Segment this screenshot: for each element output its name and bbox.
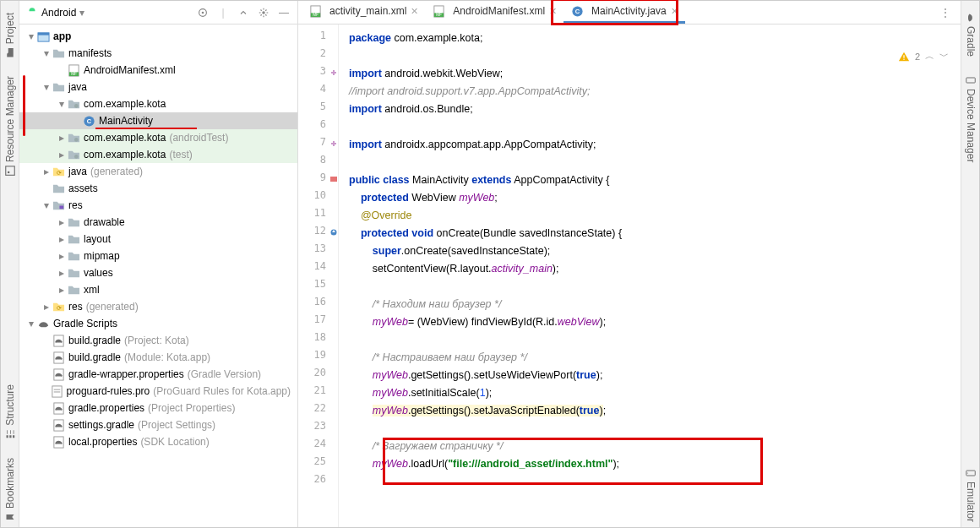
tree-node-res[interactable]: ▾res — [19, 197, 297, 214]
chevron-icon[interactable]: ▸ — [41, 301, 52, 313]
tree-node-local-properties[interactable]: local.properties(SDK Location) — [19, 433, 297, 450]
sidebar-title[interactable]: Android — [41, 7, 76, 19]
gutter-line[interactable]: 23 — [298, 420, 338, 438]
tree-node-app[interactable]: ▾app — [19, 28, 297, 45]
chevron-icon[interactable]: ▸ — [57, 250, 67, 262]
gutter-line[interactable]: 8 — [298, 154, 338, 171]
tree-node-assets[interactable]: assets — [19, 180, 297, 197]
kebab-icon[interactable]: ⋮ — [934, 1, 957, 24]
gutter-line[interactable]: 15 — [298, 278, 338, 296]
chevron-icon[interactable]: ▾ — [41, 81, 52, 93]
code-editor[interactable]: 1234567891011121314151617181920212223242… — [298, 24, 961, 527]
gutter-line[interactable]: 14 — [298, 260, 338, 278]
editor-tab-activity-main-xml[interactable]: MFactivity_main.xml✕ — [302, 1, 425, 24]
gutter-line[interactable]: 10 — [298, 189, 338, 207]
project-tree[interactable]: ▾app▾manifestsMFAndroidManifest.xml▾java… — [19, 24, 297, 527]
code-line[interactable] — [349, 47, 961, 65]
code-line[interactable]: import androidx.appcompat.app.AppCompatA… — [349, 136, 961, 154]
gutter-line[interactable]: 18 — [298, 331, 338, 349]
code-line[interactable]: myWeb.setInitialScale(1); — [349, 384, 961, 402]
gutter-line[interactable]: 16 — [298, 296, 338, 313]
over-gutter-icon[interactable] — [328, 226, 338, 240]
code-line[interactable] — [349, 331, 961, 349]
gutter-line[interactable]: 13 — [298, 242, 338, 260]
chevron-up-icon[interactable]: ︿ — [925, 50, 934, 63]
gradle-toolwindow-tab[interactable]: Gradle — [963, 8, 978, 62]
gutter-line[interactable]: 11 — [298, 207, 338, 225]
chevron-icon[interactable]: ▸ — [57, 267, 67, 279]
chevron-icon[interactable]: ▾ — [26, 30, 36, 42]
code-line[interactable]: protected WebView myWeb; — [349, 189, 961, 207]
tree-node-mainactivity[interactable]: CMainActivity — [19, 112, 297, 129]
gutter-line[interactable]: 3 — [298, 65, 338, 83]
close-icon[interactable]: ✕ — [549, 6, 557, 17]
gutter-line[interactable]: 12 — [298, 225, 338, 242]
gutter-line[interactable]: 17 — [298, 313, 338, 331]
gutter-line[interactable]: 9 — [298, 171, 338, 189]
code-line[interactable]: @Override — [349, 207, 961, 225]
code-line[interactable]: protected void onCreate(Bundle savedInst… — [349, 225, 961, 242]
code-line[interactable] — [349, 420, 961, 438]
tree-node-java[interactable]: ▾java — [19, 79, 297, 95]
close-icon[interactable]: ✕ — [411, 6, 418, 17]
code-line[interactable]: setContentView(R.layout.activity_main); — [349, 260, 961, 278]
gutter-line[interactable]: 26 — [298, 473, 338, 491]
code-line[interactable]: myWeb.getSettings().setJavaScriptEnabled… — [349, 402, 961, 420]
code-line[interactable]: /* Находим наш браузер */ — [349, 296, 961, 313]
gutter-line[interactable]: 21 — [298, 384, 338, 402]
plus-gutter-icon[interactable] — [328, 138, 338, 151]
chevron-icon[interactable]: ▾ — [41, 199, 52, 211]
code-line[interactable] — [349, 278, 961, 296]
gutter-line[interactable]: 1 — [298, 30, 338, 47]
chevron-icon[interactable]: ▾ — [57, 98, 67, 110]
chevron-icon[interactable]: ▾ — [26, 318, 36, 329]
expand-icon[interactable] — [237, 6, 250, 19]
tree-node-com-example-kota[interactable]: ▸com.example.kota(test) — [19, 146, 297, 163]
tree-node-values[interactable]: ▸values — [19, 264, 297, 281]
inspection-summary[interactable]: 2 ︿ ﹀ — [898, 50, 949, 63]
chevron-icon[interactable]: ▸ — [57, 284, 67, 296]
code-content[interactable]: package com.example.kota;import android.… — [339, 24, 961, 527]
code-line[interactable] — [349, 118, 961, 136]
code-line[interactable] — [349, 473, 961, 491]
chevron-down-icon[interactable]: ﹀ — [939, 50, 949, 63]
code-line[interactable]: myWeb= (WebView) findViewById(R.id.webVi… — [349, 313, 961, 331]
code-line[interactable] — [349, 154, 961, 171]
impl-gutter-icon[interactable] — [328, 173, 338, 187]
code-line[interactable]: myWeb.loadUrl("file:///android_asset/ind… — [349, 455, 961, 473]
code-line[interactable]: package com.example.kota; — [349, 30, 961, 47]
code-line[interactable]: import android.webkit.WebView; — [349, 65, 961, 83]
gutter-line[interactable]: 5 — [298, 101, 338, 118]
gear-icon[interactable] — [257, 6, 270, 19]
gutter-line[interactable]: 19 — [298, 349, 338, 367]
tree-node-manifests[interactable]: ▾manifests — [19, 45, 297, 62]
gutter-line[interactable]: 25 — [298, 455, 338, 473]
tree-node-gradle-scripts[interactable]: ▾Gradle Scripts — [19, 315, 297, 332]
chevron-icon[interactable]: ▾ — [41, 47, 52, 59]
tree-node-com-example-kota[interactable]: ▸com.example.kota(androidTest) — [19, 129, 297, 146]
close-icon[interactable]: ✕ — [671, 6, 678, 17]
tree-node-build-gradle[interactable]: build.gradle(Project: Kota) — [19, 332, 297, 349]
plus-gutter-icon[interactable] — [328, 67, 338, 80]
tree-node-drawable[interactable]: ▸drawable — [19, 214, 297, 231]
tree-node-layout[interactable]: ▸layout — [19, 231, 297, 248]
device-manager-tab[interactable]: Device Manager — [963, 70, 978, 167]
tree-node-res[interactable]: ▸⟳res(generated) — [19, 298, 297, 315]
gutter-line[interactable]: 6 — [298, 118, 338, 136]
editor-tab-mainactivity-java[interactable]: CMainActivity.java✕ — [564, 1, 684, 24]
chevron-icon[interactable]: ▸ — [57, 132, 67, 144]
gutter-line[interactable]: 20 — [298, 367, 338, 384]
gutter-line[interactable]: 24 — [298, 438, 338, 455]
tree-node-com-example-kota[interactable]: ▾com.example.kota — [19, 95, 297, 112]
resource-manager-tab[interactable]: Resource Manager — [3, 71, 18, 181]
project-toolwindow-tab[interactable]: Project — [3, 8, 18, 63]
code-line[interactable]: super.onCreate(savedInstanceState); — [349, 242, 961, 260]
tree-node-java[interactable]: ▸⟳java(generated) — [19, 163, 297, 180]
gutter[interactable]: 1234567891011121314151617181920212223242… — [298, 24, 339, 527]
code-line[interactable]: /* Загружаем страничку */ — [349, 438, 961, 455]
editor-tab-androidmanifest-xml[interactable]: MFAndroidManifest.xml✕ — [425, 1, 564, 24]
tree-node-mipmap[interactable]: ▸mipmap — [19, 248, 297, 264]
chevron-icon[interactable]: ▸ — [57, 216, 67, 228]
code-line[interactable]: public class MainActivity extends AppCom… — [349, 171, 961, 189]
gutter-line[interactable]: 7 — [298, 136, 338, 154]
